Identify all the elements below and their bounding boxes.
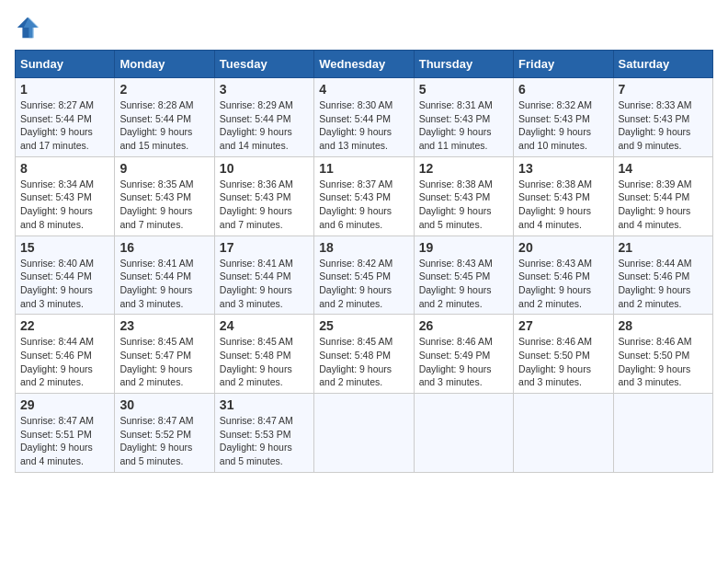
calendar-cell: 26Sunrise: 8:46 AMSunset: 5:49 PMDayligh… [414,315,513,394]
column-header-thursday: Thursday [414,51,513,78]
cell-content: Sunrise: 8:38 AMSunset: 5:43 PMDaylight:… [518,178,608,232]
cell-content: Sunrise: 8:47 AMSunset: 5:52 PMDaylight:… [119,414,209,468]
calendar-cell: 30Sunrise: 8:47 AMSunset: 5:52 PMDayligh… [115,394,214,473]
calendar-cell: 19Sunrise: 8:43 AMSunset: 5:45 PMDayligh… [414,236,513,315]
cell-content: Sunrise: 8:27 AMSunset: 5:44 PMDaylight:… [20,98,109,153]
cell-content: Sunrise: 8:47 AMSunset: 5:53 PMDaylight:… [220,414,309,468]
cell-content: Sunrise: 8:41 AMSunset: 5:44 PMDaylight:… [119,257,209,311]
calendar-week-row: 22Sunrise: 8:44 AMSunset: 5:46 PMDayligh… [16,315,713,394]
column-header-saturday: Saturday [613,51,712,78]
cell-content: Sunrise: 8:38 AMSunset: 5:43 PMDaylight:… [419,178,508,232]
day-number: 25 [319,318,408,333]
calendar-cell: 31Sunrise: 8:47 AMSunset: 5:53 PMDayligh… [214,394,313,473]
day-number: 27 [518,318,608,333]
cell-content: Sunrise: 8:45 AMSunset: 5:48 PMDaylight:… [319,335,408,389]
calendar-cell: 28Sunrise: 8:46 AMSunset: 5:50 PMDayligh… [613,315,712,394]
calendar-week-row: 15Sunrise: 8:40 AMSunset: 5:44 PMDayligh… [16,236,713,315]
cell-content: Sunrise: 8:46 AMSunset: 5:50 PMDaylight:… [518,335,608,389]
cell-content: Sunrise: 8:31 AMSunset: 5:43 PMDaylight:… [419,98,508,153]
day-number: 5 [419,82,508,97]
column-header-sunday: Sunday [16,51,115,78]
calendar-cell: 3Sunrise: 8:29 AMSunset: 5:44 PMDaylight… [214,78,313,157]
day-number: 2 [119,82,209,97]
cell-content: Sunrise: 8:32 AMSunset: 5:43 PMDaylight:… [518,98,608,153]
calendar-cell: 15Sunrise: 8:40 AMSunset: 5:44 PMDayligh… [16,236,115,315]
cell-content: Sunrise: 8:36 AMSunset: 5:43 PMDaylight:… [220,178,309,232]
logo [15,15,44,40]
calendar-cell [514,394,613,473]
calendar-cell: 21Sunrise: 8:44 AMSunset: 5:46 PMDayligh… [613,236,712,315]
day-number: 7 [619,82,708,97]
cell-content: Sunrise: 8:43 AMSunset: 5:46 PMDaylight:… [518,257,608,311]
calendar-week-row: 29Sunrise: 8:47 AMSunset: 5:51 PMDayligh… [16,394,713,473]
calendar-cell [314,394,414,473]
day-number: 11 [319,161,408,176]
day-number: 13 [518,161,608,176]
column-header-monday: Monday [115,51,214,78]
calendar-cell: 25Sunrise: 8:45 AMSunset: 5:48 PMDayligh… [314,315,414,394]
day-number: 14 [619,161,708,176]
calendar-cell: 7Sunrise: 8:33 AMSunset: 5:43 PMDaylight… [613,78,712,157]
cell-content: Sunrise: 8:45 AMSunset: 5:48 PMDaylight:… [220,335,309,389]
day-number: 18 [319,240,408,255]
cell-content: Sunrise: 8:44 AMSunset: 5:46 PMDaylight:… [619,257,708,311]
cell-content: Sunrise: 8:40 AMSunset: 5:44 PMDaylight:… [20,257,109,311]
calendar-header-row: SundayMondayTuesdayWednesdayThursdayFrid… [16,51,713,78]
calendar-cell: 23Sunrise: 8:45 AMSunset: 5:47 PMDayligh… [115,315,214,394]
cell-content: Sunrise: 8:28 AMSunset: 5:44 PMDaylight:… [119,98,209,153]
day-number: 6 [518,82,608,97]
calendar-cell: 17Sunrise: 8:41 AMSunset: 5:44 PMDayligh… [214,236,313,315]
day-number: 1 [20,82,109,97]
column-header-wednesday: Wednesday [314,51,414,78]
cell-content: Sunrise: 8:42 AMSunset: 5:45 PMDaylight:… [319,257,408,311]
calendar-cell: 29Sunrise: 8:47 AMSunset: 5:51 PMDayligh… [16,394,115,473]
day-number: 29 [20,397,109,412]
day-number: 12 [419,161,508,176]
page-header [15,15,713,40]
day-number: 4 [319,82,408,97]
day-number: 21 [619,240,708,255]
day-number: 16 [119,240,209,255]
cell-content: Sunrise: 8:41 AMSunset: 5:44 PMDaylight:… [220,257,309,311]
calendar-cell: 20Sunrise: 8:43 AMSunset: 5:46 PMDayligh… [514,236,613,315]
cell-content: Sunrise: 8:39 AMSunset: 5:44 PMDaylight:… [619,178,708,232]
calendar-cell: 18Sunrise: 8:42 AMSunset: 5:45 PMDayligh… [314,236,414,315]
calendar-cell: 2Sunrise: 8:28 AMSunset: 5:44 PMDaylight… [115,78,214,157]
cell-content: Sunrise: 8:35 AMSunset: 5:43 PMDaylight:… [119,178,209,232]
calendar-cell: 9Sunrise: 8:35 AMSunset: 5:43 PMDaylight… [115,156,214,236]
day-number: 8 [20,161,109,176]
column-header-friday: Friday [514,51,613,78]
day-number: 3 [220,82,309,97]
calendar-cell: 22Sunrise: 8:44 AMSunset: 5:46 PMDayligh… [16,315,115,394]
day-number: 19 [419,240,508,255]
column-header-tuesday: Tuesday [214,51,313,78]
day-number: 23 [119,318,209,333]
day-number: 26 [419,318,508,333]
day-number: 20 [518,240,608,255]
calendar-cell: 6Sunrise: 8:32 AMSunset: 5:43 PMDaylight… [514,78,613,157]
day-number: 28 [619,318,708,333]
day-number: 15 [20,240,109,255]
day-number: 10 [220,161,309,176]
day-number: 30 [119,397,209,412]
calendar-cell: 4Sunrise: 8:30 AMSunset: 5:44 PMDaylight… [314,78,414,157]
cell-content: Sunrise: 8:47 AMSunset: 5:51 PMDaylight:… [20,414,109,468]
cell-content: Sunrise: 8:43 AMSunset: 5:45 PMDaylight:… [419,257,508,311]
cell-content: Sunrise: 8:30 AMSunset: 5:44 PMDaylight:… [319,98,408,153]
cell-content: Sunrise: 8:46 AMSunset: 5:49 PMDaylight:… [419,335,508,389]
day-number: 24 [220,318,309,333]
calendar-cell: 16Sunrise: 8:41 AMSunset: 5:44 PMDayligh… [115,236,214,315]
calendar-cell: 24Sunrise: 8:45 AMSunset: 5:48 PMDayligh… [214,315,313,394]
calendar-cell: 1Sunrise: 8:27 AMSunset: 5:44 PMDaylight… [16,78,115,157]
cell-content: Sunrise: 8:29 AMSunset: 5:44 PMDaylight:… [220,98,309,153]
calendar-cell: 8Sunrise: 8:34 AMSunset: 5:43 PMDaylight… [16,156,115,236]
calendar-cell: 10Sunrise: 8:36 AMSunset: 5:43 PMDayligh… [214,156,313,236]
logo-icon [15,15,40,40]
cell-content: Sunrise: 8:44 AMSunset: 5:46 PMDaylight:… [20,335,109,389]
cell-content: Sunrise: 8:34 AMSunset: 5:43 PMDaylight:… [20,178,109,232]
calendar-cell: 14Sunrise: 8:39 AMSunset: 5:44 PMDayligh… [613,156,712,236]
day-number: 9 [119,161,209,176]
day-number: 17 [220,240,309,255]
calendar-cell: 11Sunrise: 8:37 AMSunset: 5:43 PMDayligh… [314,156,414,236]
cell-content: Sunrise: 8:37 AMSunset: 5:43 PMDaylight:… [319,178,408,232]
